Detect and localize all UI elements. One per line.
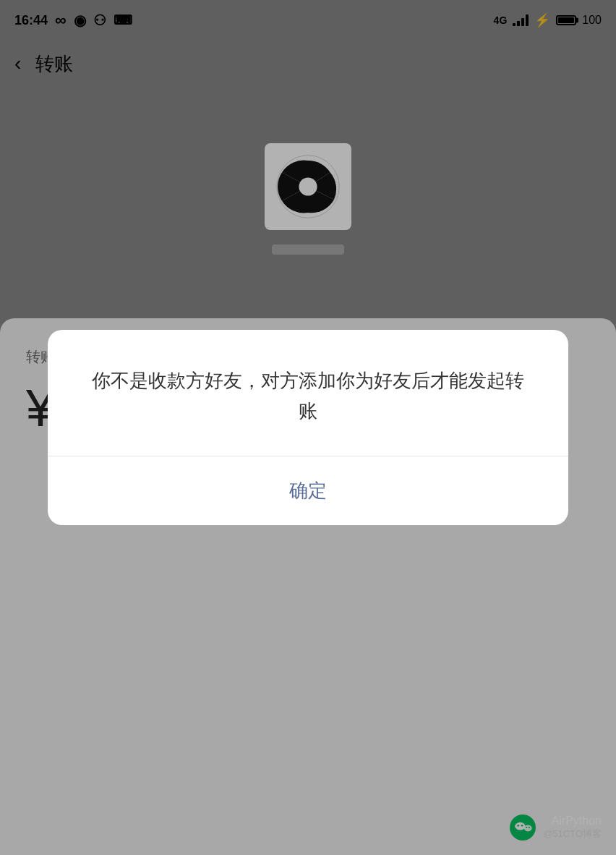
confirm-button[interactable]: 确定: [48, 456, 568, 525]
dialog: 你不是收款方好友，对方添加你为好友后才能发起转账 确定: [48, 330, 568, 524]
dialog-overlay: 你不是收款方好友，对方添加你为好友后才能发起转账 确定: [0, 0, 616, 855]
dialog-message: 你不是收款方好友，对方添加你为好友后才能发起转账: [91, 366, 525, 426]
dialog-content: 你不是收款方好友，对方添加你为好友后才能发起转账: [48, 330, 568, 455]
